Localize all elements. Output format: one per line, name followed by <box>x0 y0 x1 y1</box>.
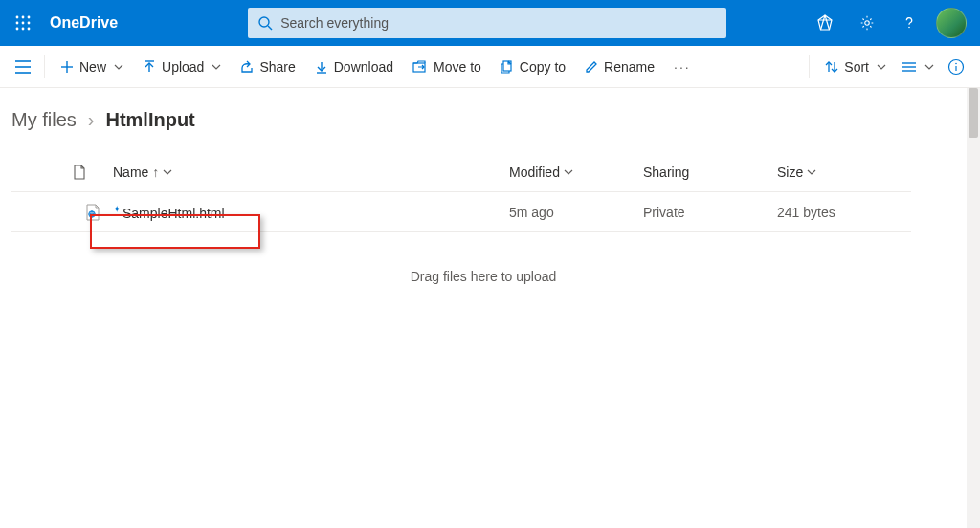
svg-point-9 <box>259 17 269 27</box>
top-bar: OneDrive <box>0 0 980 46</box>
copy-to-button[interactable]: Copy to <box>491 46 575 88</box>
download-icon <box>315 60 328 74</box>
file-table: Name ↑ Modified Sharing Size ✦Sample <box>11 152 911 232</box>
brand-label[interactable]: OneDrive <box>46 14 133 32</box>
breadcrumb: My files › HtmlInput <box>11 109 955 131</box>
download-button[interactable]: Download <box>305 46 403 88</box>
upload-label: Upload <box>162 59 204 75</box>
app-launcher-icon[interactable] <box>0 0 46 46</box>
chevron-down-icon <box>163 169 172 175</box>
drop-zone[interactable]: Drag files here to upload <box>11 269 955 284</box>
top-right <box>804 0 980 46</box>
share-icon <box>240 60 254 74</box>
new-indicator-icon: ✦ <box>113 204 121 214</box>
svg-point-4 <box>22 22 25 25</box>
chevron-down-icon <box>807 169 816 175</box>
premium-icon[interactable] <box>804 0 846 46</box>
sharing-header[interactable]: Sharing <box>643 165 777 180</box>
share-label: Share <box>259 59 295 75</box>
view-button[interactable] <box>896 46 940 88</box>
content-area: My files › HtmlInput Name ↑ Modified Sha… <box>0 88 967 528</box>
info-button[interactable] <box>940 46 972 88</box>
chevron-down-icon <box>212 64 221 70</box>
download-label: Download <box>334 59 393 75</box>
svg-point-7 <box>22 28 25 31</box>
share-button[interactable]: Share <box>231 46 304 88</box>
svg-point-11 <box>865 21 870 26</box>
upload-button[interactable]: Upload <box>133 46 231 88</box>
breadcrumb-current: HtmlInput <box>105 109 194 131</box>
modified-header[interactable]: Modified <box>509 165 643 180</box>
name-header[interactable]: Name ↑ <box>113 165 509 180</box>
rename-icon <box>585 60 598 74</box>
move-to-button[interactable]: Move to <box>403 46 491 88</box>
command-bar: New Upload Share Download Move to Copy t… <box>0 46 980 88</box>
svg-point-3 <box>16 22 19 25</box>
divider <box>44 55 45 78</box>
chevron-down-icon <box>924 64 934 70</box>
svg-point-12 <box>908 27 910 29</box>
more-button[interactable]: ··· <box>664 59 701 75</box>
move-to-label: Move to <box>434 59 481 75</box>
table-row[interactable]: ✦SampleHtml.html 5m ago Private 241 byte… <box>11 192 911 232</box>
copy-to-label: Copy to <box>520 59 566 75</box>
sort-icon <box>825 60 838 74</box>
copy-to-icon <box>501 60 514 74</box>
help-icon[interactable] <box>888 0 930 46</box>
plus-icon <box>60 60 74 74</box>
search-box[interactable] <box>248 8 726 38</box>
svg-point-31 <box>955 62 957 64</box>
new-label: New <box>79 59 106 75</box>
rename-button[interactable]: Rename <box>575 46 664 88</box>
svg-point-6 <box>16 28 19 31</box>
chevron-down-icon <box>114 64 123 70</box>
move-to-icon <box>412 60 428 74</box>
html-file-icon <box>73 204 113 221</box>
upload-icon <box>143 60 156 74</box>
size-header[interactable]: Size <box>777 165 911 180</box>
chevron-down-icon <box>877 64 886 70</box>
file-modified: 5m ago <box>509 205 643 220</box>
avatar[interactable] <box>936 8 967 38</box>
chevron-down-icon <box>564 169 573 175</box>
sort-button[interactable]: Sort <box>815 46 896 88</box>
divider <box>809 55 810 78</box>
settings-icon[interactable] <box>846 0 888 46</box>
filetype-header-icon[interactable] <box>73 165 113 180</box>
scrollbar[interactable] <box>967 88 980 528</box>
chevron-right-icon: › <box>88 109 95 131</box>
table-header: Name ↑ Modified Sharing Size <box>11 152 911 192</box>
sort-asc-icon: ↑ <box>152 165 159 180</box>
new-button[interactable]: New <box>51 46 133 88</box>
svg-point-0 <box>16 16 19 19</box>
rename-label: Rename <box>604 59 655 75</box>
file-sharing: Private <box>643 205 777 220</box>
info-icon <box>947 58 965 76</box>
sort-label: Sort <box>844 59 869 75</box>
scrollbar-thumb[interactable] <box>969 88 978 138</box>
svg-point-2 <box>28 16 31 19</box>
nav-toggle-icon[interactable] <box>8 60 38 74</box>
file-name[interactable]: ✦SampleHtml.html <box>113 204 509 221</box>
view-list-icon <box>902 61 917 73</box>
file-size: 241 bytes <box>777 205 911 220</box>
svg-point-8 <box>28 28 31 31</box>
breadcrumb-root[interactable]: My files <box>11 109 77 131</box>
svg-point-1 <box>22 16 25 19</box>
search-icon <box>257 15 273 31</box>
svg-point-5 <box>28 22 31 25</box>
svg-line-10 <box>268 26 272 30</box>
search-input[interactable] <box>280 15 717 31</box>
